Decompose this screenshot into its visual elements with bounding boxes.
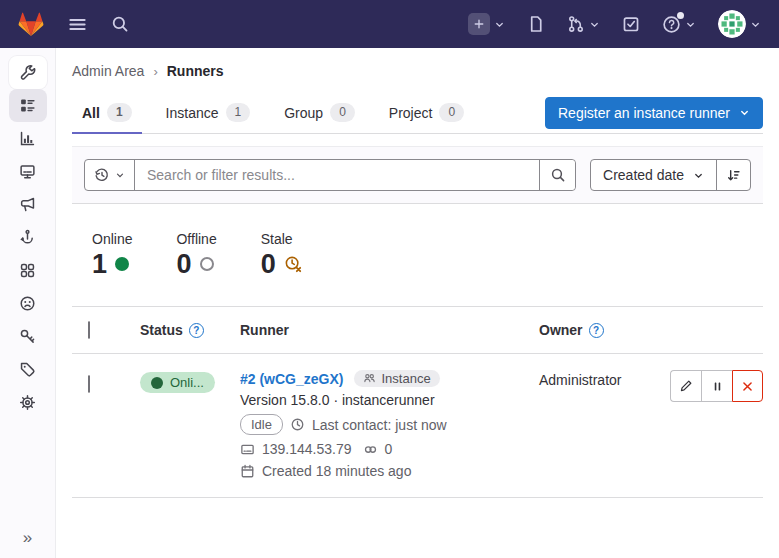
runner-jobs-count: 0 <box>385 441 393 457</box>
sort-direction-button[interactable] <box>716 160 750 190</box>
sidebar-item-applications[interactable] <box>9 254 47 287</box>
labels-icon <box>19 361 36 378</box>
table-row: Onli... #2 (wCG_zeGX) I <box>72 354 763 498</box>
tab-project-label: Project <box>389 105 433 121</box>
sad-face-icon <box>19 295 36 312</box>
edit-runner-button[interactable] <box>670 370 701 402</box>
runner-link[interactable]: #2 (wCG_zeGX) <box>240 371 343 387</box>
sort-by-dropdown[interactable]: Created date <box>591 160 716 190</box>
tab-group[interactable]: Group 0 <box>274 92 365 133</box>
runner-actions <box>670 370 763 402</box>
runners-table: Status ? Runner Owner ? <box>72 306 763 498</box>
search-submit-button[interactable] <box>539 160 575 190</box>
merge-requests-button[interactable] <box>567 15 600 33</box>
breadcrumb-admin-area[interactable]: Admin Area <box>72 63 144 79</box>
idle-badge: Idle <box>240 414 283 435</box>
sidebar-item-system-hooks[interactable] <box>9 221 47 254</box>
issues-icon[interactable] <box>527 15 545 33</box>
sort-control: Created date <box>590 159 751 191</box>
runner-stats: Online 1 Offline 0 Stale 0 <box>72 204 763 282</box>
sidebar-item-credentials[interactable] <box>9 320 47 353</box>
instance-badge-label: Instance <box>381 371 430 386</box>
analytics-icon <box>19 130 36 147</box>
close-icon <box>741 380 754 393</box>
stat-stale: Stale 0 <box>261 231 302 278</box>
breadcrumb-separator-icon: › <box>153 64 157 79</box>
sidebar-item-settings[interactable] <box>9 386 47 419</box>
register-button-label: Register an instance runner <box>558 105 730 121</box>
tab-group-count: 0 <box>330 103 355 122</box>
link-icon <box>363 442 378 457</box>
chevron-down-icon <box>750 19 761 30</box>
pause-runner-button[interactable] <box>701 370 732 402</box>
delete-runner-button[interactable] <box>732 370 763 402</box>
notification-dot <box>677 12 684 19</box>
key-icon <box>19 328 36 345</box>
admin-sidebar: » <box>0 48 56 558</box>
chevron-down-icon <box>589 19 600 30</box>
stat-online: Online 1 <box>92 231 132 278</box>
plus-menu-button[interactable] <box>468 13 505 35</box>
sidebar-collapse-icon[interactable]: » <box>23 529 32 546</box>
user-menu-button[interactable] <box>718 10 761 38</box>
tab-group-label: Group <box>284 105 323 121</box>
todo-list-icon[interactable] <box>622 15 640 33</box>
stat-offline-label: Offline <box>176 231 216 247</box>
sidebar-item-analytics[interactable] <box>9 122 47 155</box>
table-header: Status ? Runner Owner ? <box>72 306 763 354</box>
status-badge-label: Onli... <box>170 375 204 390</box>
status-help-icon[interactable]: ? <box>189 323 204 338</box>
wrench-icon <box>19 64 36 81</box>
chevron-down-icon <box>693 170 704 181</box>
tab-all[interactable]: All 1 <box>72 92 142 133</box>
tab-instance-count: 1 <box>226 103 251 122</box>
applications-grid-icon <box>19 262 36 279</box>
main-content: Admin Area › Runners All 1 Instance 1 Gr… <box>56 48 779 558</box>
chevron-down-icon <box>685 19 696 30</box>
ip-address-icon <box>240 442 255 457</box>
owner-help-icon[interactable]: ? <box>589 323 604 338</box>
sort-by-label: Created date <box>603 167 684 183</box>
sidebar-item-overview[interactable] <box>9 89 47 122</box>
search-history-dropdown[interactable] <box>85 160 135 190</box>
search-icon <box>550 167 566 183</box>
user-avatar <box>718 10 746 38</box>
stat-offline: Offline 0 <box>176 231 216 278</box>
tab-project[interactable]: Project 0 <box>379 92 474 133</box>
monitor-icon <box>19 163 36 180</box>
hamburger-menu-icon[interactable] <box>68 15 87 34</box>
register-instance-runner-button[interactable]: Register an instance runner <box>545 97 763 129</box>
online-dot-icon <box>151 377 163 389</box>
stale-clock-icon <box>284 255 302 273</box>
sidebar-item-messages[interactable] <box>9 188 47 221</box>
row-checkbox[interactable] <box>88 375 90 393</box>
owner-column-header: Owner <box>539 322 583 338</box>
stat-stale-label: Stale <box>261 231 302 247</box>
runner-type-tabs: All 1 Instance 1 Group 0 Project 0 Regis… <box>72 92 763 134</box>
runner-column-header: Runner <box>240 322 289 338</box>
runner-created-text: Created 18 minutes ago <box>262 463 411 479</box>
tab-instance-label: Instance <box>166 105 219 121</box>
tab-instance[interactable]: Instance 1 <box>156 92 261 133</box>
gitlab-logo[interactable] <box>18 12 44 37</box>
pencil-icon <box>679 379 693 393</box>
offline-status-icon <box>200 257 214 271</box>
sidebar-item-labels[interactable] <box>9 353 47 386</box>
search-icon[interactable] <box>111 15 129 33</box>
owner-link[interactable]: Administrator <box>539 372 621 388</box>
runner-version-info: Version 15.8.0 · instancerunner <box>240 392 435 408</box>
search-input[interactable] <box>135 160 539 190</box>
gear-icon <box>19 394 36 411</box>
chevron-down-icon <box>494 19 505 30</box>
tab-project-count: 0 <box>439 103 464 122</box>
breadcrumb: Admin Area › Runners <box>72 48 763 92</box>
people-icon <box>363 372 376 385</box>
sidebar-item-monitoring[interactable] <box>9 155 47 188</box>
hook-icon <box>19 229 36 246</box>
sidebar-item-admin-wrench[interactable] <box>9 56 47 89</box>
select-all-checkbox[interactable] <box>88 321 90 339</box>
help-menu-button[interactable] <box>662 15 696 34</box>
online-status-icon <box>115 257 129 271</box>
sidebar-item-abuse-reports[interactable] <box>9 287 47 320</box>
breadcrumb-runners: Runners <box>167 63 224 79</box>
